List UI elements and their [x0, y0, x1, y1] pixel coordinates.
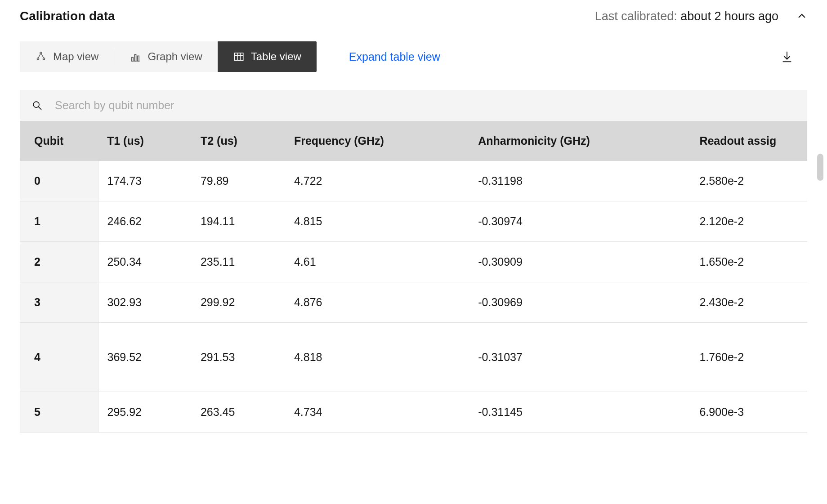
last-calibrated-label: Last calibrated: — [595, 9, 681, 23]
cell-t1: 369.52 — [98, 323, 192, 392]
cell-t2: 235.11 — [192, 242, 285, 282]
calibration-table: Qubit T1 (us) T2 (us) Frequency (GHz) An… — [20, 121, 807, 433]
expand-table-link[interactable]: Expand table view — [349, 50, 440, 63]
tab-graph-view[interactable]: Graph view — [114, 41, 217, 72]
last-calibrated-value: about 2 hours ago — [680, 9, 778, 23]
cell-freq: 4.61 — [285, 242, 469, 282]
svg-point-1 — [37, 58, 39, 60]
svg-rect-6 — [132, 58, 133, 61]
cell-qubit: 5 — [20, 392, 98, 433]
cell-t2: 194.11 — [192, 201, 285, 242]
cell-t1: 250.34 — [98, 242, 192, 282]
svg-point-15 — [33, 102, 39, 107]
search-bar — [20, 90, 807, 121]
cell-t2: 263.45 — [192, 392, 285, 433]
table-row: 2 250.34 235.11 4.61 -0.30909 1.650e-2 — [20, 242, 807, 282]
svg-rect-9 — [234, 53, 243, 60]
cell-qubit: 0 — [20, 161, 98, 201]
collapse-icon[interactable] — [796, 11, 807, 22]
table-row: 1 246.62 194.11 4.815 -0.30974 2.120e-2 — [20, 201, 807, 242]
cell-anh: -0.30909 — [469, 242, 690, 282]
col-frequency[interactable]: Frequency (GHz) — [285, 121, 469, 161]
svg-line-16 — [38, 107, 41, 110]
cell-ro: 2.430e-2 — [690, 282, 807, 323]
search-input[interactable] — [55, 99, 796, 112]
table-row: 0 174.73 79.89 4.722 -0.31198 2.580e-2 — [20, 161, 807, 201]
page-title: Calibration data — [20, 9, 115, 23]
cell-freq: 4.815 — [285, 201, 469, 242]
table-wrapper: Qubit T1 (us) T2 (us) Frequency (GHz) An… — [20, 121, 807, 433]
cell-anh: -0.31037 — [469, 323, 690, 392]
header: Calibration data Last calibrated: about … — [20, 9, 807, 23]
bar-chart-icon — [130, 51, 141, 62]
cell-t1: 174.73 — [98, 161, 192, 201]
cell-qubit: 2 — [20, 242, 98, 282]
last-calibrated: Last calibrated: about 2 hours ago — [595, 9, 778, 23]
cell-qubit: 3 — [20, 282, 98, 323]
tab-map-label: Map view — [53, 50, 98, 63]
cell-anh: -0.31198 — [469, 161, 690, 201]
table-row: 5 295.92 263.45 4.734 -0.31145 6.900e-3 — [20, 392, 807, 433]
cell-anh: -0.31145 — [469, 392, 690, 433]
cell-t1: 246.62 — [98, 201, 192, 242]
cell-freq: 4.818 — [285, 323, 469, 392]
view-tabs: Map view Graph view — [20, 41, 317, 72]
cell-anh: -0.30969 — [469, 282, 690, 323]
cell-qubit: 1 — [20, 201, 98, 242]
cell-t2: 79.89 — [192, 161, 285, 201]
cell-t2: 291.53 — [192, 323, 285, 392]
col-t1[interactable]: T1 (us) — [98, 121, 192, 161]
tab-map-view[interactable]: Map view — [20, 41, 114, 72]
tab-graph-label: Graph view — [148, 50, 202, 63]
scrollbar-thumb[interactable] — [817, 154, 823, 181]
table-icon — [233, 51, 245, 62]
col-anharmonicity[interactable]: Anharmonicity (GHz) — [469, 121, 690, 161]
cell-t2: 299.92 — [192, 282, 285, 323]
svg-rect-7 — [135, 54, 136, 61]
tab-table-view[interactable]: Table view — [218, 41, 317, 72]
svg-line-4 — [41, 54, 44, 58]
cell-freq: 4.734 — [285, 392, 469, 433]
cell-freq: 4.876 — [285, 282, 469, 323]
download-icon[interactable] — [780, 50, 794, 63]
cell-ro: 6.900e-3 — [690, 392, 807, 433]
col-readout[interactable]: Readout assig — [690, 121, 807, 161]
cell-freq: 4.722 — [285, 161, 469, 201]
tree-icon — [35, 51, 47, 62]
table-row: 4 369.52 291.53 4.818 -0.31037 1.760e-2 — [20, 323, 807, 392]
cell-ro: 2.120e-2 — [690, 201, 807, 242]
cell-ro: 1.760e-2 — [690, 323, 807, 392]
search-icon — [31, 100, 43, 112]
toolbar: Map view Graph view — [20, 41, 807, 72]
cell-ro: 1.650e-2 — [690, 242, 807, 282]
col-t2[interactable]: T2 (us) — [192, 121, 285, 161]
table-row: 3 302.93 299.92 4.876 -0.30969 2.430e-2 — [20, 282, 807, 323]
cell-t1: 302.93 — [98, 282, 192, 323]
cell-anh: -0.30974 — [469, 201, 690, 242]
cell-ro: 2.580e-2 — [690, 161, 807, 201]
cell-qubit: 4 — [20, 323, 98, 392]
cell-t1: 295.92 — [98, 392, 192, 433]
svg-point-2 — [43, 58, 45, 60]
tab-table-label: Table view — [251, 50, 301, 63]
svg-rect-8 — [138, 56, 139, 61]
col-qubit[interactable]: Qubit — [20, 121, 98, 161]
svg-line-3 — [38, 54, 40, 58]
